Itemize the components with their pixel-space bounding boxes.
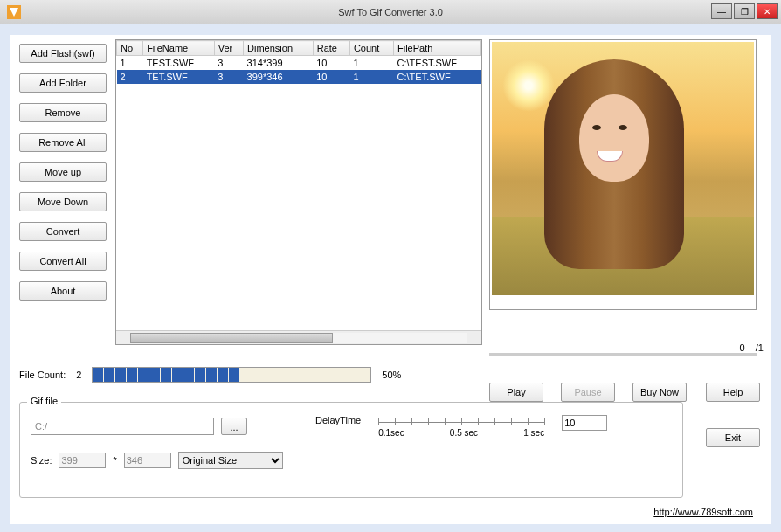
maximize-button[interactable]: ❐ (734, 3, 755, 19)
col-ver[interactable]: Ver (214, 41, 243, 56)
move-down-button[interactable]: Move Down (19, 192, 107, 211)
preview-image (492, 42, 754, 295)
buy-now-button[interactable]: Buy Now (632, 383, 687, 402)
file-table: No FileName Ver Dimension Rate Count Fil… (116, 40, 481, 84)
delay-label: DelayTime (315, 415, 361, 425)
file-count-value: 2 (76, 370, 81, 380)
close-button[interactable]: ✕ (757, 3, 778, 19)
titlebar: Swf To Gif Converter 3.0 — ❐ ✕ (0, 0, 781, 24)
table-row[interactable]: 2 TET.SWF 3 399*346 10 1 C:\TET.SWF (117, 70, 481, 84)
output-path-input[interactable] (31, 418, 214, 435)
main-panel: Add Flash(swf) Add Folder Remove Remove … (10, 35, 771, 524)
table-row[interactable]: 1 TEST.SWF 3 314*399 10 1 C:\TEST.SWF (117, 56, 481, 71)
col-filename[interactable]: FileName (143, 41, 215, 56)
progress-bar (92, 367, 371, 383)
col-no[interactable]: No (117, 41, 143, 56)
add-folder-button[interactable]: Add Folder (19, 73, 107, 93)
frame-total: /1 (756, 342, 764, 353)
col-dimension[interactable]: Dimension (244, 41, 314, 56)
window-title: Swf To Gif Converter 3.0 (338, 7, 443, 17)
help-button[interactable]: Help (706, 383, 760, 402)
delay-slider[interactable]: 0.1sec 0.5 sec 1 sec (378, 415, 544, 438)
width-input[interactable] (59, 453, 106, 468)
delay-value-input[interactable] (562, 415, 607, 431)
browse-button[interactable]: ... (221, 418, 247, 435)
progress-percent: 50% (382, 370, 401, 380)
gif-legend: Gif file (27, 396, 61, 406)
vendor-link[interactable]: http://www.789soft.com (653, 507, 753, 517)
remove-button[interactable]: Remove (19, 103, 107, 122)
size-mode-select[interactable]: Original Size (178, 452, 283, 469)
size-label: Size: (31, 455, 52, 466)
horizontal-scrollbar[interactable] (116, 330, 481, 344)
app-icon (7, 5, 21, 19)
preview-pane (489, 39, 757, 310)
about-button[interactable]: About (19, 281, 107, 301)
size-mult: * (113, 455, 116, 466)
file-count-row: File Count: 2 50% (19, 367, 482, 383)
gif-file-group: Gif file ... DelayTime (19, 402, 683, 498)
height-input[interactable] (124, 453, 171, 468)
play-button[interactable]: Play (489, 383, 543, 402)
minimize-button[interactable]: — (711, 3, 732, 19)
right-buttons: Help Exit (706, 383, 760, 447)
frame-slider[interactable]: 0 /1 (489, 346, 757, 363)
move-up-button[interactable]: Move up (19, 162, 107, 182)
exit-button[interactable]: Exit (706, 428, 760, 447)
col-count[interactable]: Count (349, 41, 393, 56)
window-controls: — ❐ ✕ (711, 3, 778, 19)
remove-all-button[interactable]: Remove All (19, 133, 107, 152)
playback-buttons: Play Pause Buy Now (489, 383, 687, 402)
file-list[interactable]: No FileName Ver Dimension Rate Count Fil… (115, 39, 482, 345)
convert-button[interactable]: Convert (19, 222, 107, 241)
convert-all-button[interactable]: Convert All (19, 252, 107, 271)
pause-button[interactable]: Pause (561, 383, 615, 402)
frame-current: 0 (739, 342, 744, 353)
file-count-label: File Count: (19, 370, 66, 380)
col-filepath[interactable]: FilePath (394, 41, 481, 56)
sidebar: Add Flash(swf) Add Folder Remove Remove … (19, 44, 107, 301)
add-flash-button[interactable]: Add Flash(swf) (19, 44, 107, 63)
col-rate[interactable]: Rate (313, 41, 349, 56)
